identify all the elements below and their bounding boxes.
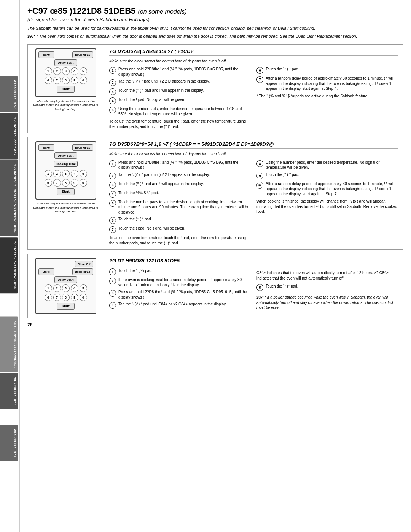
step-text-3-1: Touch the " ( % pad.	[118, 268, 250, 275]
num-btn-6[interactable]: 6	[45, 77, 52, 84]
step-num-2-4: 4	[109, 191, 116, 198]
start-btn-3[interactable]: Start	[57, 303, 75, 310]
step-num-3-4: 4	[109, 302, 116, 309]
side-tab-6[interactable]: ?CE= 5B) E@??ED	[0, 373, 18, 409]
side-tab-5[interactable]: * %@E25C8??7 *%@25 7 * 9@6	[0, 317, 18, 372]
section1-steps-left: 1 Press and hold 2?D8the ! and (% " "% p…	[109, 67, 250, 129]
section1-intro: Make sure the clock shows the correct ti…	[109, 59, 398, 64]
broil-btn-2[interactable]: Broil Hi/Lo	[72, 144, 93, 151]
num-btn-2-1[interactable]: 1	[45, 170, 52, 177]
num-btn-3-1[interactable]: 1	[45, 284, 52, 292]
num-btn-2-7[interactable]: 7	[53, 179, 61, 187]
num-btn-3-5[interactable]: 5	[80, 284, 87, 292]
num-btn-2-4[interactable]: 4	[71, 170, 78, 177]
step-num-1-6: 6	[256, 67, 263, 74]
oven-caption-1: When the display shows ! the oven is set…	[32, 99, 100, 111]
step-text-1-5: Using the number pads, enter the desired…	[118, 106, 250, 117]
delay-start-btn-2[interactable]: Delay Start	[54, 152, 77, 159]
num-btn-3[interactable]: 3	[62, 67, 70, 75]
num-btn-5[interactable]: 5	[80, 67, 87, 75]
delay-start-btn-3[interactable]: Delay Start	[54, 276, 77, 283]
steps-list-3-left: 1 Touch the " ( % pad. 2 If the oven is …	[109, 268, 250, 309]
step-text-2-8: Using the number pads, enter the desired…	[266, 160, 398, 170]
step-1-4: 4 Touch the ! pad. No signal will be giv…	[109, 97, 250, 104]
step-text-2-10: After a random delay period of approxima…	[266, 181, 398, 197]
step-num-1-3: 3	[109, 88, 116, 95]
side-tab-4[interactable]: %@B7 >CE3DE?>C >CE3DE?>C	[0, 237, 18, 293]
num-btn-0[interactable]: 0	[80, 77, 87, 84]
oven-numpad-row1-2: 1 2 3 4 5	[38, 170, 93, 177]
num-btn-2[interactable]: 2	[53, 67, 61, 75]
num-btn-3-0[interactable]: 0	[80, 294, 87, 301]
page-header: +C97 œ85 )1221D8 51DEB5 (on some models)…	[27, 6, 403, 40]
oven-numpad-row2-2: 6 7 8 9 0	[38, 179, 93, 187]
num-btn-2-6[interactable]: 6	[45, 179, 52, 187]
broil-btn-1[interactable]: Broil Hi/Lo	[72, 51, 93, 58]
bake-btn-3[interactable]: Bake	[38, 268, 54, 275]
step-text-2-6: Touch the )* ( * pad.	[118, 217, 250, 224]
num-btn-3-2[interactable]: 2	[53, 284, 61, 292]
num-btn-3-8[interactable]: 8	[62, 294, 70, 301]
num-btn-1[interactable]: 1	[45, 67, 52, 75]
clear-off-btn-3[interactable]: Clear Off	[75, 261, 93, 267]
num-btn-9[interactable]: 9	[71, 77, 78, 84]
step-2-8: 8 Using the number pads, enter the desir…	[256, 160, 398, 170]
num-btn-2-2[interactable]: 2	[53, 170, 61, 177]
step-num-2-6: 6	[109, 217, 116, 224]
num-btn-3-6[interactable]: 6	[45, 294, 52, 301]
step-num-2-1: 1	[109, 160, 116, 167]
num-btn-2-5[interactable]: 5	[80, 170, 87, 177]
side-tab-2[interactable]: ?GD 1 65D >CEE3DE?> C	[0, 113, 18, 159]
num-btn-3-3[interactable]: 3	[62, 284, 70, 292]
broil-btn-3[interactable]: Broil Hi/Lo	[72, 268, 93, 275]
step-1-2: 2 Tap the "/ )* ( * pad until ) 2 2 D ap…	[109, 79, 250, 86]
oven-diagram-2: Bake Broil Hi/Lo Delay Start Cooking Tim…	[35, 141, 96, 200]
section1-title: ?G D?5D6?B| 57E4B 1;9 >7 ( ?1CD?	[109, 48, 398, 56]
num-btn-8[interactable]: 8	[62, 77, 70, 84]
main-content: +C97 œ85 )1221D8 51DEB5 (on some models)…	[20, 0, 411, 532]
step-text-2-9: Touch the )* ( * pad.	[266, 172, 398, 179]
section2-sub-note-right: When cooking is finished, the display wi…	[256, 199, 398, 214]
num-btn-2-0[interactable]: 0	[80, 179, 87, 187]
step-2-9: 9 Touch the )* ( * pad.	[256, 172, 398, 179]
section2-box: Bake Broil Hi/Lo Delay Start Cooking Tim…	[27, 137, 403, 250]
oven-top-row-2: Bake Broil Hi/Lo	[38, 144, 93, 151]
step-2-1: 1 Press and hold 2?D8the ! and (% " "% p…	[109, 160, 250, 170]
section3-box: Clear Off Bake Broil Hi/Lo Delay Start 1…	[27, 254, 403, 318]
start-btn-1[interactable]: Start	[57, 86, 75, 93]
step-1-6: 6 Touch the )* ( * pad.	[256, 67, 398, 74]
page-note: $%* * The oven light comes on automatica…	[27, 34, 403, 39]
step-num-2-8: 8	[256, 160, 263, 167]
num-btn-2-3[interactable]: 3	[62, 170, 70, 177]
num-btn-3-4[interactable]: 4	[71, 284, 78, 292]
step-2-6: 6 Touch the )* ( * pad.	[109, 217, 250, 224]
section3-note-right-2: $%* * If a power outage occurred while t…	[256, 295, 398, 310]
step-2-7: 7 Touch the ! pad. No signal will be giv…	[109, 226, 250, 233]
cooking-time-btn-2[interactable]: Cooking Time	[54, 161, 78, 167]
num-btn-4[interactable]: 4	[71, 67, 78, 75]
num-btn-2-8[interactable]: 8	[62, 179, 70, 187]
oven-top-row-3: Bake Broil Hi/Lo	[38, 268, 93, 275]
num-btn-3-7[interactable]: 7	[53, 294, 61, 301]
step-text-1-2: Tap the "/ )* ( * pad until ) 2 2 D appe…	[118, 79, 250, 86]
delay-start-btn-1[interactable]: Delay Start	[54, 59, 77, 66]
page-number: 26	[27, 322, 403, 328]
num-btn-7[interactable]: 7	[53, 77, 61, 84]
section3-steps-left: 1 Touch the " ( % pad. 2 If the oven is …	[109, 268, 250, 311]
step-num-3-3: 3	[109, 290, 116, 297]
side-tab-3[interactable]: %@B7 >CE3DE?>C >CE3DE?>C >CE3DE?> C	[0, 160, 18, 236]
step-text-2-7: Touch the ! pad. No signal will be given…	[118, 226, 250, 233]
bake-btn-1[interactable]: Bake	[38, 51, 54, 58]
bake-btn-2[interactable]: Bake	[38, 144, 54, 151]
step-text-2-2: Tap the "/ )* ( * pad until ) 2 2 D appe…	[118, 172, 250, 179]
side-tabs: >CE= 5B) E@??ED ?GD 1 65D >CEE3DE?> C %@…	[0, 0, 20, 532]
num-btn-2-9[interactable]: 9	[71, 179, 78, 187]
num-btn-3-9[interactable]: 9	[71, 294, 78, 301]
section3-note-right-1: C84> indicates that the oven will automa…	[256, 270, 398, 281]
oven-numpad-row2-1: 6 7 8 9 0	[38, 77, 93, 84]
note-symbol-3: $%*	[256, 295, 263, 299]
step-text-1-4: Touch the ! pad. No signal will be given…	[118, 97, 250, 104]
side-tab-1[interactable]: >CE= 5B) E@??ED	[0, 76, 18, 112]
side-tab-7[interactable]: ?CE= 5B) E@??ED	[0, 425, 18, 461]
start-btn-2[interactable]: Start	[57, 188, 75, 195]
